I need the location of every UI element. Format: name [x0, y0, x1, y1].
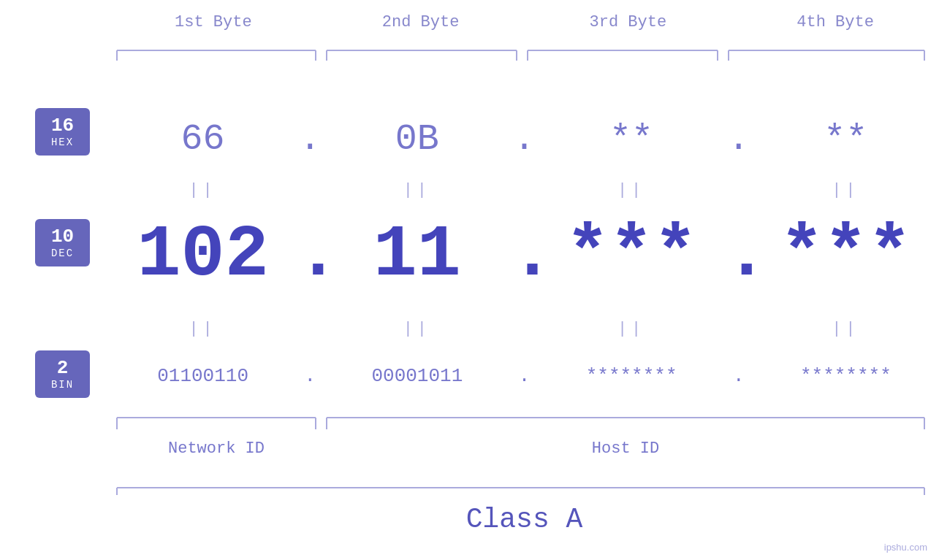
equals-1-b2: ||: [403, 181, 431, 199]
byte-headers: 1st Byte 2nd Byte 3rd Byte 4th Byte: [110, 13, 939, 31]
hex-sep3: .: [728, 118, 750, 160]
bin-sep2: .: [519, 365, 531, 387]
hex-b4: **: [824, 118, 867, 160]
bin-sep3: .: [733, 365, 745, 387]
class-label: Class A: [110, 504, 939, 535]
equals-1-b3: ||: [617, 181, 645, 199]
hex-row: 66 . 0B . ** . **: [110, 108, 939, 170]
class-bracket: [110, 480, 939, 495]
hex-badge: 16 HEX: [35, 108, 90, 156]
dec-b4: ***: [780, 214, 911, 296]
host-id-text: Host ID: [592, 440, 659, 458]
equals-1-b1: ||: [189, 181, 216, 199]
bin-sep1: .: [304, 365, 316, 387]
byte3-header: 3rd Byte: [525, 13, 732, 31]
bin-b3: ********: [586, 365, 677, 387]
bin-b1: 01100110: [157, 365, 248, 387]
bin-b2: 00001011: [371, 365, 463, 387]
page: 1st Byte 2nd Byte 3rd Byte 4th Byte 1: [0, 0, 939, 560]
byte2-header: 2nd Byte: [317, 13, 525, 31]
equals-row-1: || || || ||: [110, 175, 939, 204]
hex-sep1: .: [299, 118, 321, 160]
hex-sep2: .: [513, 118, 535, 160]
equals-1-b4: ||: [832, 181, 859, 199]
dec-b3: ***: [566, 214, 697, 296]
dec-b2: 11: [373, 214, 461, 296]
hex-b1: 66: [181, 118, 225, 160]
dec-row: 102 . 11 . *** . ***: [110, 204, 939, 307]
dec-badge: 10 DEC: [35, 219, 90, 266]
bin-row: 01100110 . 00001011 . ******** . *******…: [110, 343, 939, 409]
bin-b4: ********: [800, 365, 892, 387]
top-brackets: [110, 40, 939, 62]
hex-b2: 0B: [395, 118, 439, 160]
equals-2-b4: ||: [832, 320, 859, 338]
byte4-header: 4th Byte: [731, 13, 939, 31]
network-id-text: Network ID: [168, 440, 265, 458]
equals-2-b2: ||: [403, 320, 431, 338]
bin-badge: 2 BIN: [35, 350, 90, 398]
hex-b3: **: [609, 118, 653, 160]
bottom-brackets: Network ID Host ID: [110, 416, 939, 475]
watermark: ipshu.com: [884, 542, 927, 553]
equals-2-b3: ||: [617, 320, 645, 338]
byte1-header: 1st Byte: [110, 13, 317, 31]
equals-row-2: || || || ||: [110, 314, 939, 343]
equals-2-b1: ||: [189, 320, 216, 338]
dec-b1: 102: [137, 214, 269, 296]
